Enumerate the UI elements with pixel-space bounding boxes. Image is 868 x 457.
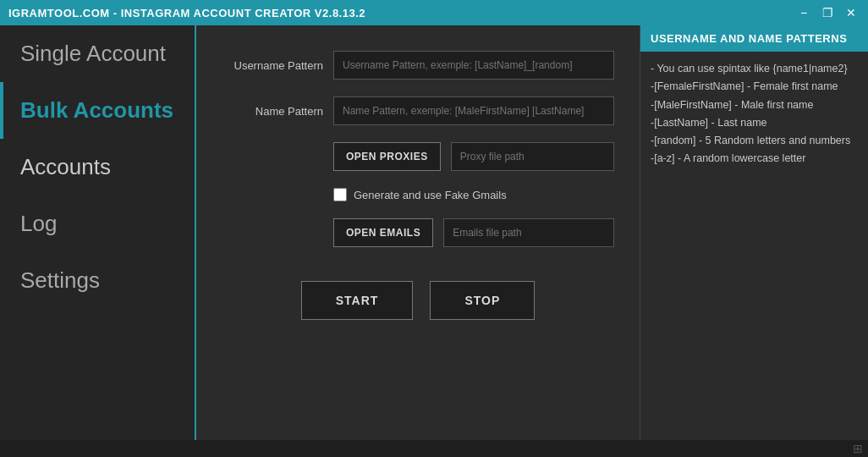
fake-gmail-row: Generate and use Fake Gmails [333, 188, 614, 201]
username-pattern-label: Username Pattern [222, 59, 323, 72]
restore-button[interactable]: ❐ [819, 4, 836, 21]
resize-icon: ⊞ [853, 442, 863, 455]
emails-row: OPEN EMAILS [222, 218, 614, 247]
stop-button[interactable]: STOP [430, 281, 535, 320]
content-area: Username Pattern Name Pattern OPEN PROXI… [196, 25, 640, 440]
bottom-bar: ⊞ [0, 440, 868, 457]
help-line-3: -[LastName] - Last name [651, 114, 858, 132]
titlebar-title: IGRAMTOOL.COM - INSTAGRAM ACCOUNT CREATO… [8, 7, 365, 19]
username-pattern-row: Username Pattern [222, 51, 614, 80]
name-pattern-input[interactable] [333, 96, 614, 125]
help-line-0: - You can use spintax like {name1|name2} [651, 60, 858, 78]
help-line-4: -[random] - 5 Random letters and numbers [651, 132, 858, 150]
proxies-row: OPEN PROXIES [222, 142, 614, 171]
open-emails-button[interactable]: OPEN EMAILS [333, 218, 433, 247]
help-line-1: -[FemaleFirstName] - Female first name [651, 78, 858, 96]
main-layout: Single Account Bulk Accounts Accounts Lo… [0, 25, 868, 440]
username-pattern-input[interactable] [333, 51, 614, 80]
start-stop-row: START STOP [222, 281, 614, 320]
name-pattern-label: Name Pattern [222, 105, 323, 118]
sidebar-item-single-account[interactable]: Single Account [0, 25, 195, 82]
help-line-5: -[a-z] - A random lowercase letter [651, 150, 858, 168]
help-line-2: -[MaleFirstName] - Male first name [651, 96, 858, 114]
name-pattern-row: Name Pattern [222, 96, 614, 125]
titlebar: IGRAMTOOL.COM - INSTAGRAM ACCOUNT CREATO… [0, 0, 868, 25]
open-proxies-button[interactable]: OPEN PROXIES [333, 142, 441, 171]
sidebar-item-bulk-accounts[interactable]: Bulk Accounts [0, 82, 195, 139]
proxy-file-path-input[interactable] [451, 142, 614, 171]
emails-file-path-input[interactable] [443, 218, 614, 247]
help-panel: USERNAME AND NAME PATTERNS - You can use… [640, 25, 868, 440]
start-button[interactable]: START [301, 281, 414, 320]
titlebar-controls: − ❐ ✕ [795, 4, 860, 21]
sidebar-item-log[interactable]: Log [0, 195, 195, 252]
close-button[interactable]: ✕ [843, 4, 860, 21]
sidebar: Single Account Bulk Accounts Accounts Lo… [0, 25, 196, 440]
sidebar-item-settings[interactable]: Settings [0, 252, 195, 309]
fake-gmail-checkbox[interactable] [333, 188, 347, 201]
sidebar-item-accounts[interactable]: Accounts [0, 139, 195, 195]
minimize-button[interactable]: − [795, 4, 812, 21]
help-panel-header: USERNAME AND NAME PATTERNS [640, 25, 868, 52]
fake-gmail-label: Generate and use Fake Gmails [354, 189, 507, 201]
help-panel-body: - You can use spintax like {name1|name2}… [640, 52, 868, 177]
